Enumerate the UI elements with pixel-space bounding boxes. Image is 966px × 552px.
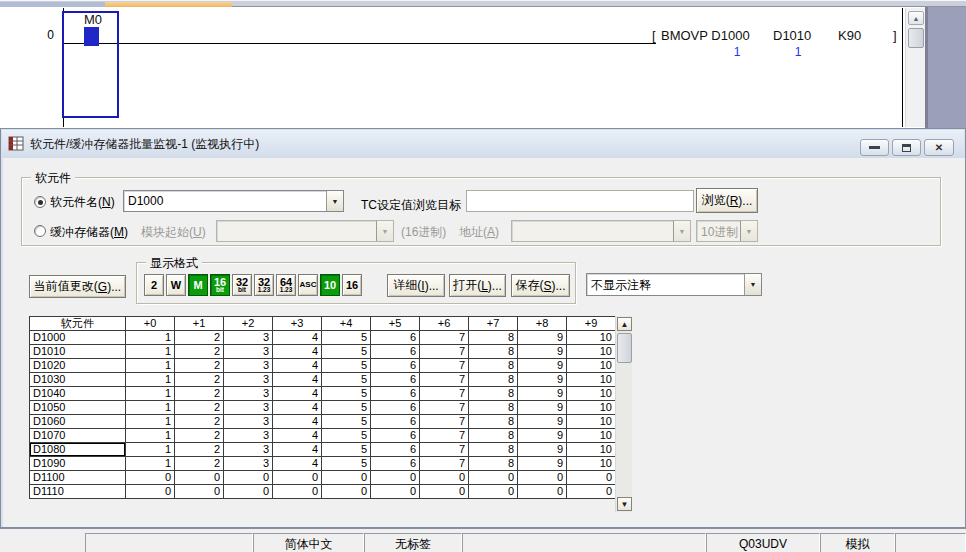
device-cell[interactable]: D1100 [30,471,126,485]
value-cell[interactable]: 10 [567,457,616,471]
value-cell[interactable]: 6 [371,415,420,429]
value-cell[interactable]: 8 [469,457,518,471]
value-cell[interactable]: 0 [469,485,518,499]
offset-column-header[interactable]: +8 [518,317,567,331]
value-cell[interactable]: 4 [273,345,322,359]
value-cell[interactable]: 2 [175,373,224,387]
value-cell[interactable]: 0 [469,471,518,485]
value-cell[interactable]: 7 [420,345,469,359]
value-cell[interactable]: 6 [371,345,420,359]
device-cell[interactable]: D1030 [30,373,126,387]
instruction-operation[interactable]: BMOVP D1000 [661,28,750,43]
value-cell[interactable]: 8 [469,359,518,373]
save-button[interactable]: 保存(S)... [511,274,570,297]
value-cell[interactable]: 0 [224,471,273,485]
value-cell[interactable]: 3 [224,387,273,401]
restore-button[interactable] [892,139,921,156]
value-cell[interactable]: 0 [175,485,224,499]
scroll-up-icon[interactable]: ▲ [908,11,924,25]
chevron-down-icon[interactable]: ▼ [326,191,343,211]
value-cell[interactable]: 4 [273,443,322,457]
value-cell[interactable]: 9 [518,401,567,415]
device-cell[interactable]: D1040 [30,387,126,401]
value-cell[interactable]: 5 [322,457,371,471]
value-cell[interactable]: 5 [322,359,371,373]
value-cell[interactable]: 3 [224,331,273,345]
scrollbar-thumb[interactable] [617,333,632,363]
instruction-operand3[interactable]: K90 [838,28,861,43]
value-cell[interactable]: 7 [420,443,469,457]
value-cell[interactable]: 0 [371,485,420,499]
scrollbar-thumb[interactable] [908,28,924,48]
value-cell[interactable]: 10 [567,359,616,373]
device-cell[interactable]: D1010 [30,345,126,359]
value-cell[interactable]: 1 [126,387,175,401]
value-cell[interactable]: 1 [126,457,175,471]
value-cell[interactable]: 1 [126,443,175,457]
value-cell[interactable]: 10 [567,345,616,359]
value-cell[interactable]: 3 [224,373,273,387]
value-cell[interactable]: 2 [175,401,224,415]
value-cell[interactable]: 9 [518,345,567,359]
value-cell[interactable]: 10 [567,443,616,457]
offset-column-header[interactable]: +2 [224,317,273,331]
format-button-16bit[interactable]: 16bit [210,274,230,296]
value-cell[interactable]: 6 [371,359,420,373]
value-cell[interactable]: 10 [567,373,616,387]
offset-column-header[interactable]: +0 [126,317,175,331]
value-cell[interactable]: 10 [567,415,616,429]
close-button[interactable]: ✕ [924,139,954,156]
value-cell[interactable]: 4 [273,415,322,429]
value-cell[interactable]: 4 [273,387,322,401]
value-cell[interactable]: 9 [518,331,567,345]
value-cell[interactable]: 5 [322,415,371,429]
value-cell[interactable]: 4 [273,373,322,387]
value-cell[interactable]: 7 [420,331,469,345]
open-button[interactable]: 打开(L)... [449,274,506,297]
format-button-multipoint[interactable]: M [188,274,208,296]
format-button-64float[interactable]: 641.23 [276,274,296,296]
offset-column-header[interactable]: +3 [273,317,322,331]
buffer-memory-radio-label[interactable]: 缓冲存储器(M) [50,224,128,241]
value-cell[interactable]: 0 [322,485,371,499]
device-cell[interactable]: D1080 [30,443,126,457]
value-cell[interactable]: 0 [518,485,567,499]
scroll-down-icon[interactable]: ▼ [617,497,632,511]
value-cell[interactable]: 0 [518,471,567,485]
device-cell[interactable]: D1000 [30,331,126,345]
value-cell[interactable]: 4 [273,457,322,471]
value-cell[interactable]: 7 [420,457,469,471]
value-cell[interactable]: 8 [469,401,518,415]
format-button-binary[interactable]: 2 [144,274,164,296]
current-value-change-button[interactable]: 当前值更改(G)... [29,275,126,298]
value-cell[interactable]: 1 [126,331,175,345]
value-cell[interactable]: 6 [371,429,420,443]
value-cell[interactable]: 3 [224,443,273,457]
value-cell[interactable]: 9 [518,443,567,457]
value-cell[interactable]: 10 [567,401,616,415]
offset-column-header[interactable]: +9 [567,317,616,331]
value-cell[interactable]: 7 [420,373,469,387]
device-cell[interactable]: D1060 [30,415,126,429]
value-cell[interactable]: 8 [469,331,518,345]
offset-column-header[interactable]: +4 [322,317,371,331]
value-cell[interactable]: 4 [273,401,322,415]
format-button-ascii[interactable]: ASC [298,274,318,296]
value-cell[interactable]: 5 [322,373,371,387]
value-cell[interactable]: 1 [126,429,175,443]
device-cell[interactable]: D1020 [30,359,126,373]
value-cell[interactable]: 0 [567,471,616,485]
value-cell[interactable]: 6 [371,373,420,387]
value-cell[interactable]: 2 [175,415,224,429]
value-cell[interactable]: 10 [567,387,616,401]
value-cell[interactable]: 10 [567,429,616,443]
value-cell[interactable]: 2 [175,387,224,401]
comment-display-combobox[interactable]: 不显示注释 ▼ [586,273,762,296]
value-cell[interactable]: 7 [420,429,469,443]
value-cell[interactable]: 1 [126,415,175,429]
value-cell[interactable]: 3 [224,359,273,373]
value-cell[interactable]: 0 [322,471,371,485]
value-cell[interactable]: 5 [322,443,371,457]
value-cell[interactable]: 6 [371,331,420,345]
instruction-operand2[interactable]: D1010 [773,28,811,43]
